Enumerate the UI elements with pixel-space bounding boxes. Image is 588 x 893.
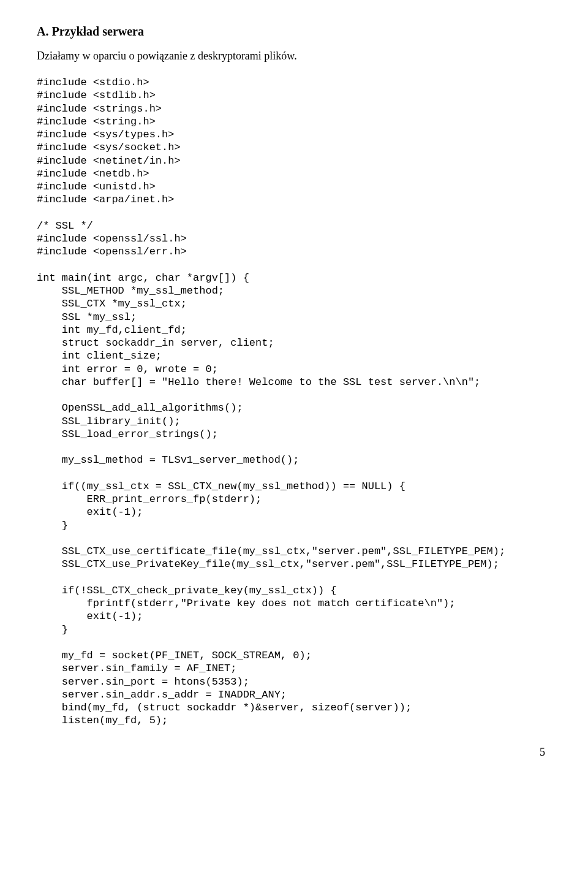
section-heading: A. Przykład serwera [37, 25, 551, 39]
intro-paragraph: Działamy w oparciu o powiązanie z deskry… [37, 50, 551, 63]
page-number: 5 [37, 746, 551, 759]
code-block: #include <stdio.h> #include <stdlib.h> #… [37, 76, 551, 728]
